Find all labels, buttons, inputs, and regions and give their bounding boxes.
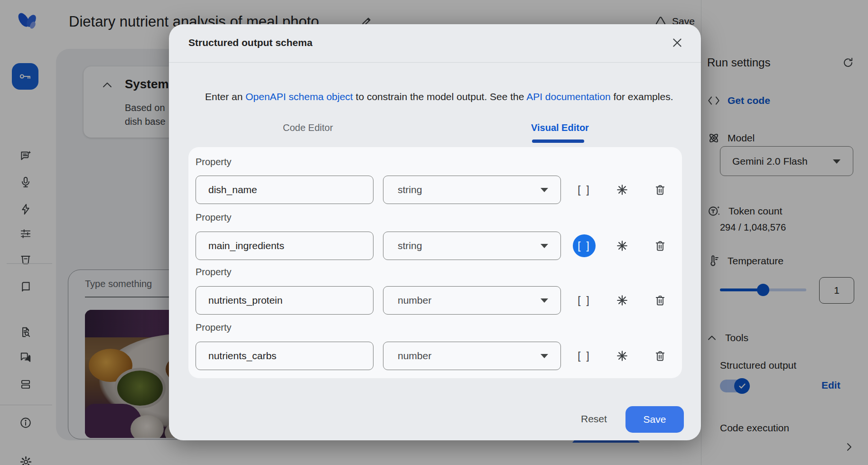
- required-toggle-icon[interactable]: [616, 184, 628, 196]
- property-label: Property: [196, 157, 232, 167]
- desc-text-1: Enter an: [205, 91, 245, 102]
- structured-output-dialog: Structured output schema Enter an OpenAP…: [169, 24, 701, 440]
- tab-active-underline: [532, 140, 584, 143]
- chevron-down-icon: [541, 298, 548, 303]
- chevron-down-icon: [541, 354, 548, 358]
- dialog-save-label: Save: [644, 414, 666, 425]
- delete-property-icon[interactable]: [654, 294, 666, 307]
- property-name-input[interactable]: nutrients_carbs: [196, 342, 373, 370]
- tab-code-editor[interactable]: Code Editor: [283, 122, 333, 133]
- property-type-select[interactable]: number: [383, 286, 561, 315]
- desc-text-2: to constrain the model output. See the: [353, 91, 526, 102]
- delete-property-icon[interactable]: [654, 240, 666, 252]
- required-toggle-icon[interactable]: [616, 240, 628, 252]
- property-name-value: nutrients_protein: [208, 295, 282, 306]
- property-name-value: dish_name: [208, 184, 257, 195]
- property-type-value: string: [398, 184, 422, 195]
- required-toggle-icon[interactable]: [616, 294, 628, 307]
- reset-button[interactable]: Reset: [581, 413, 607, 425]
- property-name-input[interactable]: main_ingredients: [196, 232, 373, 260]
- property-type-value: string: [398, 240, 422, 251]
- chevron-down-icon: [541, 244, 548, 248]
- delete-property-icon[interactable]: [654, 184, 666, 196]
- property-type-value: number: [398, 350, 431, 362]
- array-toggle-button[interactable]: [ ]: [573, 178, 596, 201]
- property-type-select[interactable]: string: [383, 232, 561, 260]
- app-root: Dietary nutrient analysis of meal photo …: [0, 0, 868, 465]
- property-label: Property: [196, 322, 232, 333]
- api-documentation-link[interactable]: API documentation: [526, 91, 610, 102]
- tab-visual-editor[interactable]: Visual Editor: [531, 122, 589, 133]
- delete-property-icon[interactable]: [654, 350, 666, 362]
- array-toggle-button[interactable]: [ ]: [573, 289, 596, 312]
- array-toggle-button[interactable]: [ ]: [573, 344, 596, 367]
- required-toggle-icon[interactable]: [616, 350, 628, 362]
- openapi-schema-link[interactable]: OpenAPI schema object: [245, 91, 353, 102]
- property-type-select[interactable]: string: [383, 176, 561, 204]
- dialog-save-button[interactable]: Save: [625, 406, 684, 433]
- schema-rows-panel: Property dish_name string [ ] Property m…: [188, 147, 682, 378]
- array-toggle-button-active[interactable]: [ ]: [573, 234, 596, 257]
- property-name-value: main_ingredients: [208, 240, 284, 251]
- property-name-input[interactable]: dish_name: [196, 176, 373, 204]
- dialog-title: Structured output schema: [188, 37, 312, 48]
- property-label: Property: [196, 267, 232, 278]
- property-label: Property: [196, 212, 232, 223]
- dialog-header: Structured output schema: [169, 24, 701, 63]
- chevron-down-icon: [541, 188, 548, 192]
- property-type-select[interactable]: number: [383, 342, 561, 370]
- property-name-input[interactable]: nutrients_protein: [196, 286, 373, 315]
- desc-text-3: for examples.: [611, 91, 673, 102]
- property-name-value: nutrients_carbs: [208, 350, 277, 362]
- property-type-value: number: [398, 295, 431, 306]
- dialog-description: Enter an OpenAPI schema object to constr…: [188, 80, 687, 114]
- close-icon[interactable]: [671, 37, 683, 49]
